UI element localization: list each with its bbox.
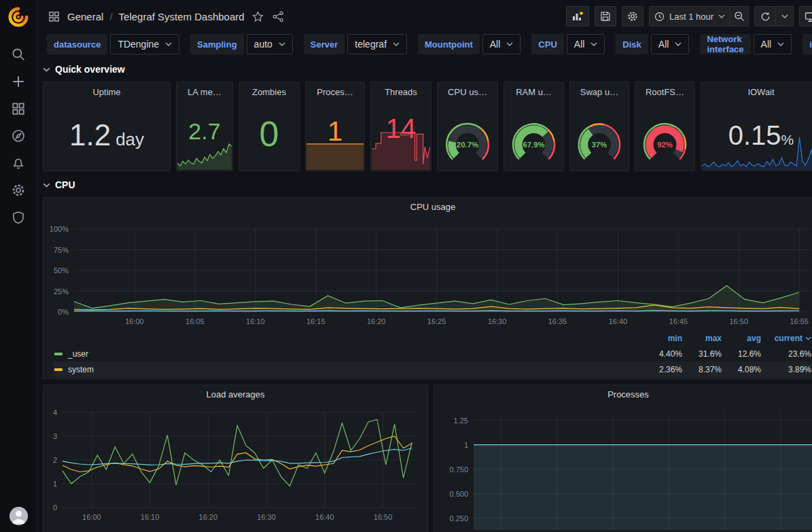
stat-panel-processes: Proces… 1 xyxy=(305,82,365,171)
sort-chevron-icon xyxy=(805,336,811,340)
panel-title[interactable]: Threads xyxy=(371,82,431,97)
legend-current-value: 3.89% xyxy=(761,365,811,374)
legend-avg-value: 12.6% xyxy=(722,349,761,359)
breadcrumb: General / Telegraf System Dashboard xyxy=(47,10,285,24)
stat-panel-uptime: Uptime 1.2day xyxy=(43,82,171,171)
svg-text:16:25: 16:25 xyxy=(427,317,446,325)
variable-value-dropdown[interactable]: telegraf xyxy=(347,34,407,54)
dashboard-body: Quick overview Uptime 1.2day LA me… 2.7 … xyxy=(37,61,812,532)
panel-title[interactable]: Uptime xyxy=(43,82,170,97)
section-cpu[interactable]: CPU xyxy=(43,177,75,193)
svg-text:16:35: 16:35 xyxy=(548,317,567,325)
configuration-gear-icon[interactable] xyxy=(12,183,25,197)
gauge-panel-cpu-usage: CPU us… 20.7% xyxy=(437,82,498,171)
dashboard-settings-button[interactable] xyxy=(622,6,643,26)
panel-title[interactable]: LA me… xyxy=(177,82,232,97)
panel-title[interactable]: Proces… xyxy=(306,82,364,97)
share-icon[interactable] xyxy=(271,10,285,24)
bottom-panel-row: Load averages 0123416:0016:1016:2016:301… xyxy=(43,385,812,532)
chevron-down-icon xyxy=(43,67,50,72)
processes-chart[interactable]: 0.2500.5000.75011.25 xyxy=(434,403,812,532)
panel-title[interactable]: Load averages xyxy=(43,385,427,403)
chevron-down-icon xyxy=(279,42,285,46)
variable-datasource: datasource TDengine xyxy=(47,34,179,54)
legend-row-system[interactable]: system2.36%8.37%4.08%3.89% xyxy=(53,361,812,377)
svg-text:16:00: 16:00 xyxy=(125,317,144,325)
search-icon[interactable] xyxy=(12,48,25,61)
svg-text:20.7%: 20.7% xyxy=(457,141,478,149)
series-swatch-icon xyxy=(54,353,63,355)
variable-irq: irq All xyxy=(802,34,812,54)
legend-max-value: 31.6% xyxy=(682,349,722,359)
section-quick-overview[interactable]: Quick overview xyxy=(43,61,125,77)
variable-value-dropdown[interactable]: TDengine xyxy=(110,34,179,54)
chevron-down-icon xyxy=(393,42,400,46)
svg-text:16:00: 16:00 xyxy=(82,513,101,521)
variable-value-dropdown[interactable]: All xyxy=(567,34,605,54)
chevron-down-icon xyxy=(43,183,50,188)
svg-text:16:05: 16:05 xyxy=(186,317,205,325)
load-averages-chart[interactable]: 0123416:0016:1016:2016:3016:4016:50 xyxy=(43,403,427,532)
panel-title[interactable]: IOWait xyxy=(701,82,812,97)
page-title[interactable]: Telegraf System Dashboard xyxy=(119,11,245,22)
gauge: 67.9% xyxy=(504,116,563,167)
server-admin-shield-icon[interactable] xyxy=(12,211,25,224)
panel-title[interactable]: CPU us… xyxy=(438,82,497,97)
grafana-logo-icon[interactable] xyxy=(8,7,29,30)
svg-text:0: 0 xyxy=(53,503,57,512)
panel-title[interactable]: RAM u… xyxy=(504,82,563,97)
svg-text:16:50: 16:50 xyxy=(730,317,749,325)
panel-load-averages: Load averages 0123416:0016:1016:2016:301… xyxy=(43,385,428,532)
star-icon[interactable] xyxy=(251,10,265,24)
legend-max-value: 8.37% xyxy=(682,365,722,374)
gauge-panel-ram-usage: RAM u… 67.9% xyxy=(504,82,564,171)
svg-text:92%: 92% xyxy=(657,141,673,149)
stat-value: 0 xyxy=(239,116,299,152)
stat-value: 1 xyxy=(306,118,364,145)
legend-row-softirq[interactable]: softirq0.626%4.44%1.19%1.24% xyxy=(53,377,812,379)
variable-value-dropdown[interactable]: All xyxy=(651,34,690,54)
panel-title[interactable]: CPU usage xyxy=(43,198,812,215)
legend-column-current[interactable]: current xyxy=(761,334,811,343)
variable-label: Network interface xyxy=(700,34,750,54)
alerting-bell-icon[interactable] xyxy=(12,156,25,170)
svg-text:3: 3 xyxy=(53,432,57,440)
cpu-usage-legend: minmaxavgcurrent_user4.40%31.6%12.6%23.6… xyxy=(43,331,812,379)
variable-value-dropdown[interactable]: All xyxy=(754,34,792,54)
save-dashboard-button[interactable] xyxy=(595,6,616,26)
chevron-down-icon xyxy=(781,14,788,18)
panel-processes: Processes 0.2500.5000.75011.25 xyxy=(434,385,812,532)
variable-label: datasource xyxy=(47,34,107,54)
dashboards-grid-icon[interactable] xyxy=(12,102,25,116)
refresh-button[interactable] xyxy=(754,6,776,26)
panel-title[interactable]: RootFS… xyxy=(635,82,694,97)
variable-value-dropdown[interactable]: All xyxy=(482,34,521,54)
variable-disk: Disk All xyxy=(616,34,689,54)
svg-text:100%: 100% xyxy=(50,225,69,233)
sparkline xyxy=(306,141,364,170)
panel-title[interactable]: Zombies xyxy=(239,82,299,97)
legend-row-_user[interactable]: _user4.40%31.6%12.6%23.6% xyxy=(53,346,812,361)
kiosk-tv-button[interactable] xyxy=(799,6,812,26)
panel-title[interactable]: Swap u… xyxy=(570,82,629,97)
create-plus-icon[interactable] xyxy=(12,75,25,88)
zoom-out-time-button[interactable] xyxy=(730,6,749,26)
legend-column-max[interactable]: max xyxy=(682,334,722,343)
stat-panel-zombies: Zombies 0 xyxy=(239,82,300,171)
refresh-interval-dropdown[interactable] xyxy=(776,6,794,26)
legend-column-avg[interactable]: avg xyxy=(722,334,761,343)
variable-label: Server xyxy=(304,34,345,54)
svg-text:75%: 75% xyxy=(54,246,69,254)
user-avatar[interactable] xyxy=(10,507,28,525)
gauge: 37% xyxy=(570,116,629,167)
time-range-picker[interactable]: Last 1 hour xyxy=(649,6,730,26)
breadcrumb-folder[interactable]: General xyxy=(67,11,103,22)
cpu-usage-chart[interactable]: 0%25%50%75%100%16:0016:0516:1016:1516:20… xyxy=(43,215,812,331)
variable-cpu: CPU All xyxy=(531,34,605,54)
explore-compass-icon[interactable] xyxy=(12,129,25,143)
variable-value-dropdown[interactable]: auto xyxy=(247,34,293,54)
add-panel-button[interactable] xyxy=(566,6,589,26)
svg-text:4: 4 xyxy=(53,408,57,416)
panel-title[interactable]: Processes xyxy=(434,385,812,403)
legend-column-min[interactable]: min xyxy=(643,334,682,343)
